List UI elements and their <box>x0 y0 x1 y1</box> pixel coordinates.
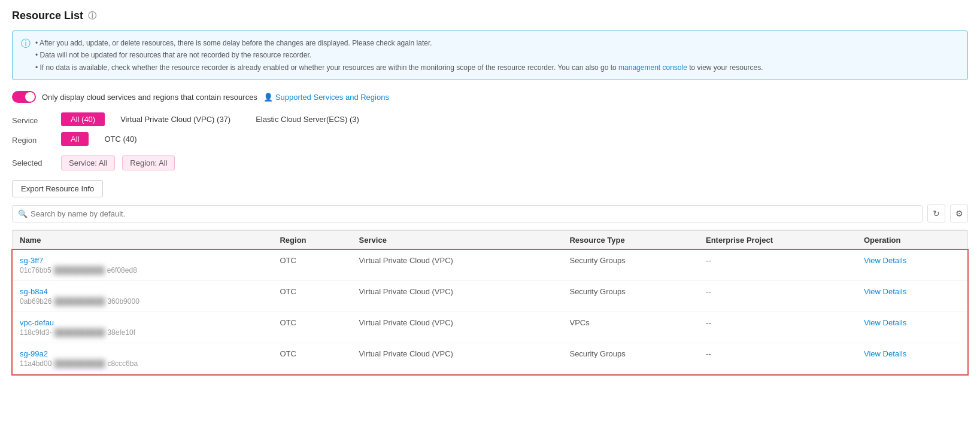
search-row: 🔍 ↻ ⚙ <box>12 205 968 222</box>
cell-enterprise-project-0: -- <box>699 250 857 281</box>
service-btn-vpc[interactable]: Virtual Private Cloud (VPC) (37) <box>111 112 240 126</box>
person-icon: 👤 <box>263 93 273 102</box>
search-icon: 🔍 <box>18 209 28 218</box>
region-btn-all[interactable]: All <box>61 132 89 146</box>
resource-id-prefix-3: 11a4bd00 <box>20 359 51 368</box>
region-options: All OTC (40) <box>61 132 147 146</box>
cell-name-1: sg-b8a4 0ab69b26 ██████████ 360b9000 <box>13 281 272 312</box>
col-service: Service <box>352 231 563 250</box>
resource-id-prefix-1: 0ab69b26 <box>20 297 51 306</box>
resource-name-link-0[interactable]: sg-3ff7 <box>20 256 265 265</box>
banner-text: • After you add, update, or delete resou… <box>35 37 763 74</box>
col-resource-type: Resource Type <box>562 231 699 250</box>
cell-enterprise-project-3: -- <box>699 343 857 374</box>
cell-name-2: vpc-defau 118c9fd3- ██████████ 38efe10f <box>13 312 272 343</box>
service-btn-all[interactable]: All (40) <box>61 112 105 126</box>
resource-table-wrap: Name Region Service Resource Type Enterp… <box>12 230 968 375</box>
settings-button[interactable]: ⚙ <box>950 205 968 222</box>
cell-resource-type-2: VPCs <box>562 312 699 343</box>
resource-id-blur-3: ██████████ <box>54 359 105 368</box>
export-resource-info-button[interactable]: Export Resource Info <box>12 180 103 197</box>
cell-name-0: sg-3ff7 01c76bb5 ██████████ e6f08ed8 <box>13 250 272 281</box>
view-details-link-3[interactable]: View Details <box>864 349 906 358</box>
search-input[interactable] <box>12 205 923 222</box>
cell-service-0: Virtual Private Cloud (VPC) <box>352 250 563 281</box>
service-options: All (40) Virtual Private Cloud (VPC) (37… <box>61 112 369 126</box>
table-row: sg-b8a4 0ab69b26 ██████████ 360b9000 OTC… <box>13 281 967 312</box>
col-region: Region <box>272 231 351 250</box>
info-icon: ⓘ <box>21 38 31 74</box>
selected-row: Selected Service: All Region: All <box>12 155 968 170</box>
cell-resource-type-3: Security Groups <box>562 343 699 374</box>
view-details-link-1[interactable]: View Details <box>864 287 906 296</box>
info-banner: ⓘ • After you add, update, or delete res… <box>12 30 968 80</box>
cell-region-0: OTC <box>272 250 351 281</box>
cell-operation-3: View Details <box>857 343 967 374</box>
toggle-switch[interactable] <box>12 91 36 103</box>
resource-id-prefix-2: 118c9fd3- <box>20 328 51 337</box>
region-label: Region <box>12 132 54 145</box>
resource-name-link-3[interactable]: sg-99a2 <box>20 349 265 358</box>
service-filter-row: Service All (40) Virtual Private Cloud (… <box>12 112 968 126</box>
filter-section: Service All (40) Virtual Private Cloud (… <box>12 112 968 146</box>
help-icon[interactable]: ⓘ <box>88 11 96 22</box>
resource-id-blur-0: ██████████ <box>54 266 105 274</box>
cell-operation-2: View Details <box>857 312 967 343</box>
page-title: Resource List ⓘ <box>12 10 968 22</box>
table-header-row: Name Region Service Resource Type Enterp… <box>13 231 967 250</box>
supported-services-link[interactable]: 👤 Supported Services and Regions <box>263 93 389 102</box>
management-console-link[interactable]: management console <box>618 63 687 72</box>
col-enterprise-project: Enterprise Project <box>699 231 857 250</box>
col-operation: Operation <box>857 231 967 250</box>
cell-region-1: OTC <box>272 281 351 312</box>
view-details-link-2[interactable]: View Details <box>864 318 906 327</box>
resource-name-link-1[interactable]: sg-b8a4 <box>20 287 265 296</box>
view-details-link-0[interactable]: View Details <box>864 256 906 265</box>
table-row: sg-3ff7 01c76bb5 ██████████ e6f08ed8 OTC… <box>13 250 967 281</box>
cell-resource-type-0: Security Groups <box>562 250 699 281</box>
table-row: vpc-defau 118c9fd3- ██████████ 38efe10f … <box>13 312 967 343</box>
toggle-row: Only display cloud services and regions … <box>12 91 968 103</box>
resource-table: Name Region Service Resource Type Enterp… <box>13 230 967 374</box>
cell-service-1: Virtual Private Cloud (VPC) <box>352 281 563 312</box>
settings-icon: ⚙ <box>955 209 963 218</box>
region-filter-row: Region All OTC (40) <box>12 132 968 146</box>
col-name: Name <box>13 231 272 250</box>
resource-id-suffix-1: 360b9000 <box>107 297 139 306</box>
resource-name-link-2[interactable]: vpc-defau <box>20 318 265 327</box>
cell-operation-1: View Details <box>857 281 967 312</box>
cell-enterprise-project-1: -- <box>699 281 857 312</box>
selected-region-tag: Region: All <box>122 155 175 170</box>
selected-service-tag: Service: All <box>61 155 115 170</box>
service-label: Service <box>12 112 54 125</box>
cell-resource-type-1: Security Groups <box>562 281 699 312</box>
cell-operation-0: View Details <box>857 250 967 281</box>
table-body: sg-3ff7 01c76bb5 ██████████ e6f08ed8 OTC… <box>13 250 967 374</box>
selected-label: Selected <box>12 158 54 167</box>
toggle-label: Only display cloud services and regions … <box>42 93 257 102</box>
region-btn-otc[interactable]: OTC (40) <box>95 132 146 146</box>
resource-id-blur-1: ██████████ <box>54 297 105 306</box>
service-btn-ecs[interactable]: Elastic Cloud Server(ECS) (3) <box>246 112 369 126</box>
cell-region-3: OTC <box>272 343 351 374</box>
cell-service-2: Virtual Private Cloud (VPC) <box>352 312 563 343</box>
refresh-icon: ↻ <box>933 209 940 218</box>
resource-id-prefix-0: 01c76bb5 <box>20 266 51 274</box>
cell-name-3: sg-99a2 11a4bd00 ██████████ c8ccc6ba <box>13 343 272 374</box>
resource-id-suffix-3: c8ccc6ba <box>107 359 138 368</box>
resource-id-blur-2: ██████████ <box>54 328 105 337</box>
cell-service-3: Virtual Private Cloud (VPC) <box>352 343 563 374</box>
cell-enterprise-project-2: -- <box>699 312 857 343</box>
cell-region-2: OTC <box>272 312 351 343</box>
resource-id-suffix-0: e6f08ed8 <box>107 266 137 274</box>
table-row: sg-99a2 11a4bd00 ██████████ c8ccc6ba OTC… <box>13 343 967 374</box>
refresh-button[interactable]: ↻ <box>927 205 945 222</box>
resource-id-suffix-2: 38efe10f <box>107 328 135 337</box>
search-input-wrap: 🔍 <box>12 205 923 222</box>
